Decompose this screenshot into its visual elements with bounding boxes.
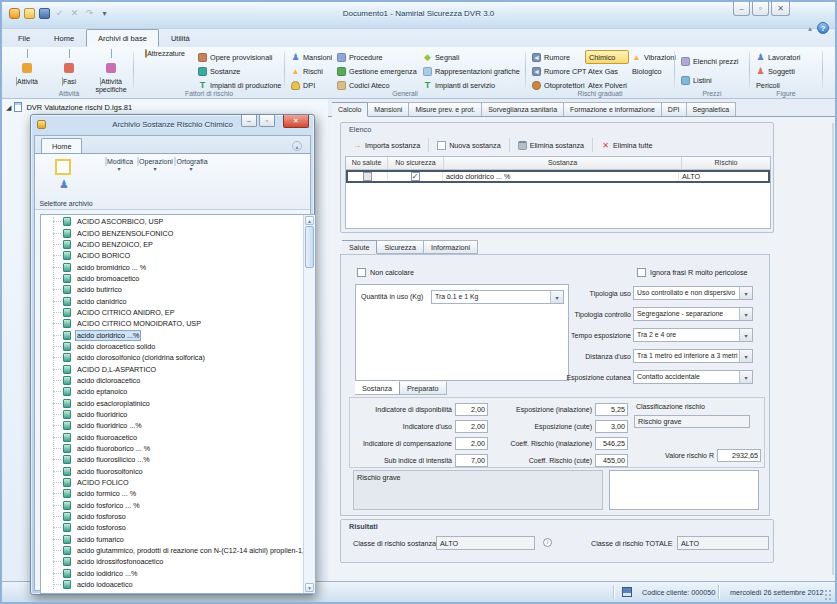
ribbon-tab[interactable]: File	[6, 29, 42, 47]
dialog-minimize-button[interactable]: –	[241, 115, 257, 127]
dialog-toolbar-button[interactable]: Ortografia ▾	[173, 158, 209, 172]
toolbar-button[interactable]: Importa sostanza	[345, 138, 429, 152]
substance-item[interactable]: acido glutammico, prodotti di reazione c…	[41, 545, 303, 556]
substance-item[interactable]: acido fosforico ... %	[41, 500, 303, 511]
dialog-tab-home[interactable]: Home	[41, 138, 82, 153]
valore-rischio-field[interactable]: 2932,65	[717, 449, 761, 462]
resize-grip[interactable]	[823, 590, 833, 600]
ribbon-big-button[interactable]: Attività specifiche	[90, 50, 132, 94]
redo-icon[interactable]	[84, 8, 95, 19]
ribbon-item[interactable]: Vibrazioni	[629, 50, 673, 64]
subtab[interactable]: Preparato	[400, 381, 447, 395]
substance-item[interactable]: acido fluoridrico	[41, 409, 303, 420]
cancel-icon[interactable]	[69, 8, 80, 19]
ribbon-tab[interactable]: Home	[42, 29, 86, 47]
indicator-field[interactable]: 7,00	[455, 454, 488, 467]
open-icon[interactable]	[24, 8, 35, 19]
scroll-down-icon[interactable]: ▼	[305, 583, 314, 592]
ribbon-item[interactable]: Procedure	[334, 50, 420, 64]
ribbon-item[interactable]: Rischi	[288, 64, 332, 78]
ribbon-item[interactable]: Sostanze	[195, 64, 284, 78]
substance-item[interactable]: acido bromoacetico	[41, 273, 303, 284]
indicator-field[interactable]: 2,00	[455, 437, 488, 450]
ribbon-item[interactable]: Lavoratori	[753, 50, 803, 64]
substance-item[interactable]: ACIDO BENZENSOLFONICO	[41, 227, 303, 238]
dialog-maximize-button[interactable]: ▫	[259, 115, 275, 127]
chevron-down-icon[interactable]	[550, 291, 563, 303]
main-tab[interactable]: Mansioni	[368, 102, 409, 117]
indicator-field[interactable]: 5,25	[595, 403, 628, 416]
close-button[interactable]: ✕	[771, 2, 790, 16]
substance-item[interactable]: acido iodoacetico	[41, 579, 303, 590]
dialog-toolbar-button[interactable]: Operazioni ▾	[137, 158, 173, 172]
substance-item[interactable]: acido fumarico	[41, 534, 303, 545]
detail-tab[interactable]: Salute	[342, 240, 377, 254]
indicator-field[interactable]: 3,00	[595, 420, 628, 433]
qat-menu-icon[interactable]	[99, 8, 110, 19]
ribbon-item[interactable]: Gestione emergenza	[334, 64, 420, 78]
ribbon-big-button[interactable]: Fasi	[48, 50, 90, 94]
main-tab[interactable]: Sorveglianza sanitaria	[482, 102, 564, 117]
detail-tab[interactable]: Sicurezza	[377, 240, 424, 254]
grid-row-selected[interactable]: acido cloridrico ... % ALTO	[346, 170, 770, 183]
substance-item[interactable]: acido fosforoso	[41, 511, 303, 522]
no-sicurezza-checkbox[interactable]	[411, 172, 420, 181]
main-tab[interactable]: Misure prev. e prot.	[409, 102, 482, 117]
substance-item[interactable]: acido iodidrico ...%	[41, 568, 303, 579]
main-tab[interactable]: Calcolo	[332, 102, 368, 117]
help-icon[interactable]: ?	[817, 22, 829, 34]
main-tab[interactable]: Formazione e informazione	[564, 102, 662, 117]
indicator-field[interactable]: 455,00	[595, 454, 628, 467]
ribbon-big-button[interactable]: Attrezzature	[137, 50, 193, 58]
dialog-toolbar-button[interactable]: Modifica ▾	[101, 158, 137, 172]
archive-selector-button[interactable]: Selettore archivio	[35, 154, 97, 209]
scroll-up-icon[interactable]: ▲	[305, 216, 314, 225]
ribbon-item[interactable]: Elenchi prezzi	[678, 52, 741, 71]
ribbon-item[interactable]: Rappresentazioni grafiche	[420, 64, 524, 78]
chevron-down-icon[interactable]	[739, 371, 752, 383]
tree-expander-icon[interactable]	[6, 103, 14, 112]
detail-tab[interactable]: Informazioni	[424, 240, 478, 254]
dialog-close-button[interactable]: ✕	[283, 115, 309, 128]
empty-note-box[interactable]	[609, 470, 759, 510]
substance-item[interactable]: ACIDO CITRICO MONOIDRATO, USP	[41, 318, 303, 329]
column-header[interactable]: Sostanza	[444, 157, 682, 169]
substance-item[interactable]: acido eptanoico	[41, 386, 303, 397]
substance-item[interactable]: ACIDO BORICO	[41, 250, 303, 261]
collapse-ribbon-icon[interactable]	[808, 24, 812, 33]
column-header[interactable]: No salute	[346, 157, 388, 169]
confirm-icon[interactable]	[54, 8, 65, 19]
combobox[interactable]: Uso controllato e non dispersivo	[633, 286, 753, 300]
no-salute-checkbox[interactable]	[363, 172, 372, 181]
substance-item[interactable]: ACIDO FOLICO	[41, 477, 303, 488]
minimize-button[interactable]: –	[733, 2, 750, 16]
collapse-ribbon-icon[interactable]	[292, 141, 302, 151]
substance-item[interactable]: acido fluoroacetico	[41, 432, 303, 443]
save-icon[interactable]	[39, 8, 50, 19]
toolbar-button[interactable]: Nuova sostanza	[429, 138, 510, 152]
ignora-frasi-checkbox[interactable]	[637, 268, 646, 277]
combobox[interactable]: Segregazione - separazione	[633, 307, 753, 321]
risk-note-box[interactable]: Rischio grave	[353, 470, 603, 510]
substance-item[interactable]: acido fluoroborico ... %	[41, 443, 303, 454]
ribbon-item[interactable]: Mansioni	[288, 50, 332, 64]
substance-item[interactable]: acido dicloroacetico	[41, 375, 303, 386]
ribbon-item[interactable]: Biologico	[629, 64, 673, 78]
ribbon-item[interactable]: Rumore	[529, 50, 585, 64]
substance-item[interactable]: acido bromidrico ... %	[41, 261, 303, 272]
column-header[interactable]: Rischio	[682, 157, 770, 169]
substance-item[interactable]: acido cloroacetico solido	[41, 341, 303, 352]
substance-item[interactable]: acido clorosolfonico (cloridrina solfori…	[41, 352, 303, 363]
indicator-field[interactable]: 2,00	[455, 403, 488, 416]
substance-item[interactable]: acido formico ... %	[41, 488, 303, 499]
substance-item[interactable]: acido fosforoso	[41, 522, 303, 533]
substance-item[interactable]: acido idrossifosfonoacetico	[41, 556, 303, 567]
column-header[interactable]: No sicurezza	[388, 157, 444, 169]
substance-item[interactable]: ACIDO BENZOICO, EP	[41, 239, 303, 250]
combobox[interactable]: Contatto accidentale	[633, 370, 753, 384]
ribbon-tab[interactable]: Utilità	[159, 29, 202, 47]
ribbon-item[interactable]: Atex Gas	[585, 64, 629, 78]
chevron-down-icon[interactable]	[739, 350, 752, 362]
quantita-combobox[interactable]: Tra 0.1 e 1 Kg	[431, 290, 564, 304]
app-icon[interactable]	[9, 8, 20, 19]
